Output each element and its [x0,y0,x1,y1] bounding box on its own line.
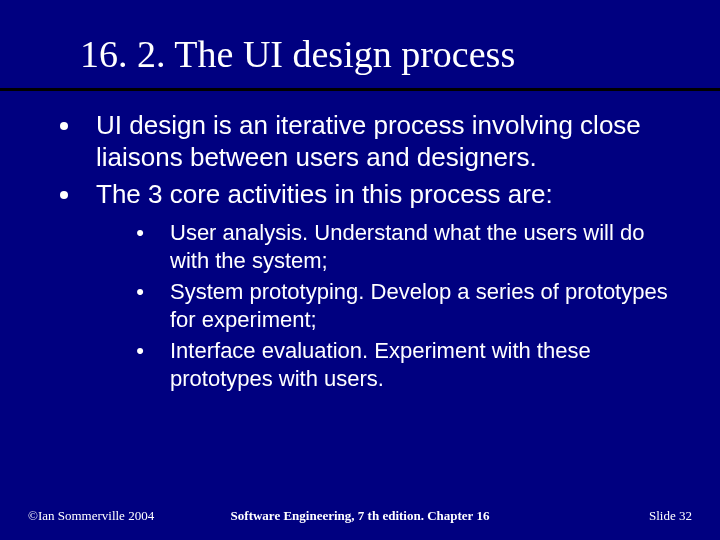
sub-item: • User analysis. Understand what the use… [130,219,680,274]
sub-item: • System prototyping. Develop a series o… [130,278,680,333]
sub-lead: User analysis [170,220,302,245]
title-underline [0,88,720,91]
footer-center: Software Engineering, 7 th edition. Chap… [231,508,490,524]
sub-text: System prototyping. Develop a series of … [170,278,680,333]
bullet-icon [60,191,68,199]
sub-bullet-icon: • [130,278,150,306]
sub-lead: System prototyping [170,279,358,304]
bullet-icon [60,122,68,130]
sub-text: Interface evaluation. Experiment with th… [170,337,680,392]
bullet-text: The 3 core activities in this process ar… [96,179,553,211]
slide-body: UI design is an iterative process involv… [60,110,680,396]
sub-item: • Interface evaluation. Experiment with … [130,337,680,392]
footer-right-number: 32 [679,508,692,523]
sub-text: User analysis. Understand what the users… [170,219,680,274]
bullet-item: The 3 core activities in this process ar… [60,179,680,211]
bullet-item: UI design is an iterative process involv… [60,110,680,173]
sub-list: • User analysis. Understand what the use… [130,219,680,392]
bullet-text: UI design is an iterative process involv… [96,110,680,173]
footer-right-label: Slide [649,508,676,523]
slide: 16. 2. The UI design process UI design i… [0,0,720,540]
footer-right: Slide 32 [649,508,692,524]
slide-title: 16. 2. The UI design process [80,32,680,76]
footer-left: ©Ian Sommerville 2004 [28,508,154,524]
sub-bullet-icon: • [130,337,150,365]
slide-footer: ©Ian Sommerville 2004 Software Engineeri… [28,508,692,524]
sub-lead: Interface evaluation [170,338,362,363]
sub-bullet-icon: • [130,219,150,247]
